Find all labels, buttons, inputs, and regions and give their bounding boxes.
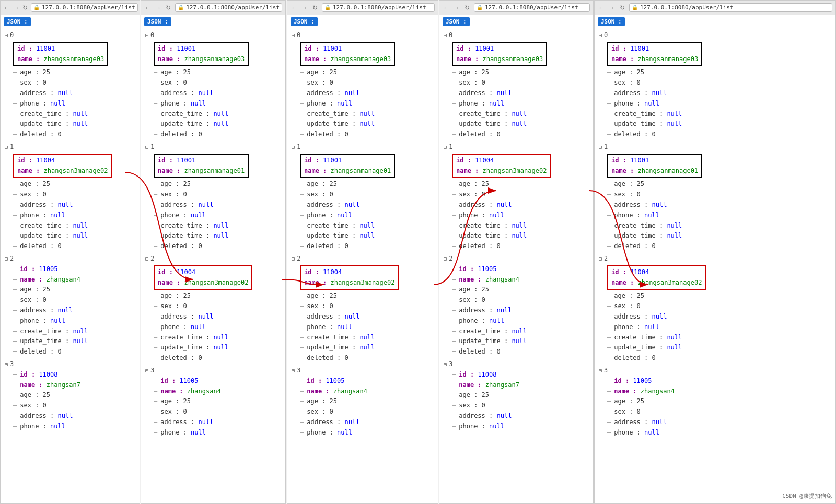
record-0-box: id : 11001 name : zhangsanmanage03 —age …: [5, 41, 135, 140]
panel-content-5: ⊟ 0 id : 11001 name : zhangsanmanage03 —…: [595, 28, 835, 502]
json-badge-2: JSON :: [144, 17, 171, 26]
rec3-p4: —id : 11008 —name : zhangsan7 —age : 25 …: [444, 370, 589, 432]
panel-content-4: ⊟ 0 id : 11001 name : zhangsanmanage03 —…: [439, 28, 593, 502]
rec3-p5: —id : 11005 —name : zhangsan4 —age : 25 …: [599, 376, 831, 438]
url-1: 127.0.0.1:8080/appUser/list: [42, 4, 135, 11]
rec2-collapse-p5[interactable]: ⊟ 2: [599, 254, 831, 264]
rec1-collapse-p5[interactable]: ⊟ 1: [599, 142, 831, 153]
lock-icon-4: 🔒: [477, 5, 483, 10]
rec1-p2: id : 11001 name : zhangsanmanage01 —age …: [145, 153, 281, 252]
reload-btn-2[interactable]: ↻: [165, 4, 172, 11]
browser-panel-1: ← → ↻ 🔒 127.0.0.1:8080/appUser/list JSON…: [0, 0, 140, 504]
lock-icon-3: 🔒: [324, 5, 331, 10]
rec1-p5: id : 11001 name : zhangsanmanage01 —age …: [599, 153, 831, 252]
rec2-p4: —id : 11005 —name : zhangsan4 —age : 25 …: [444, 264, 589, 357]
lock-icon-1: 🔒: [33, 5, 40, 10]
json-badge-5: JSON :: [598, 17, 625, 26]
rec1-p3: id : 11001 name : zhangsanmanage01 —age …: [292, 153, 434, 252]
forward-btn-1[interactable]: →: [13, 4, 19, 11]
rec2-p2: id : 11004 name : zhangsan3manage02 —age…: [145, 264, 281, 364]
json-badge-3: JSON :: [291, 17, 318, 26]
record-0-collapse[interactable]: ⊟ 0: [5, 30, 135, 41]
json-badge-4: JSON :: [443, 17, 470, 26]
watermark: CSDN @康提扣狗免: [782, 492, 832, 500]
lock-icon-2: 🔒: [178, 5, 184, 10]
record-1-collapse[interactable]: ⊟ 1: [5, 142, 135, 153]
rec0-p2: id : 11001 name : zhangsanmanage03 —age …: [145, 41, 281, 140]
forward-btn-4[interactable]: →: [453, 4, 460, 11]
url-2: 127.0.0.1:8080/appUser/list: [186, 4, 280, 11]
record-1-box: id : 11004 name : zhangsan3manage02 —age…: [5, 153, 135, 252]
rec1-collapse-p3[interactable]: ⊟ 1: [292, 142, 434, 153]
forward-btn-3[interactable]: →: [301, 4, 308, 11]
browser-bar-2: ← → ↻ 🔒 127.0.0.1:8080/appUser/list: [141, 1, 285, 15]
rec3-p3: —id : 11005 —name : zhangsan4 —age : 25 …: [292, 376, 434, 438]
rec1-p4: id : 11004 name : zhangsan3manage02 —age…: [444, 153, 589, 252]
rec0-p4: id : 11001 name : zhangsanmanage03 —age …: [444, 41, 589, 140]
rec2-p5: id : 11004 name : zhangsan3manage02 —age…: [599, 264, 831, 364]
browser-panel-5: ← → ↻ 🔒 127.0.0.1:8080/appUser/list JSON…: [594, 0, 836, 504]
address-bar-5[interactable]: 🔒 127.0.0.1:8080/appUser/list: [629, 3, 832, 12]
rec0-collapse-p3[interactable]: ⊟ 0: [292, 30, 434, 41]
rec2-p3: id : 11004 name : zhangsan3manage02 —age…: [292, 264, 434, 364]
address-bar-2[interactable]: 🔒 127.0.0.1:8080/appUser/list: [175, 3, 282, 12]
back-btn-3[interactable]: ←: [291, 4, 298, 11]
rec1-collapse-p2[interactable]: ⊟ 1: [145, 142, 281, 153]
address-bar-3[interactable]: 🔒 127.0.0.1:8080/appUser/list: [322, 3, 435, 12]
back-btn-4[interactable]: ←: [443, 4, 450, 11]
record-2-box-p1: —id : 11005 —name : zhangsan4 —age : 25 …: [5, 264, 135, 357]
panel-content-2: ⊟ 0 id : 11001 name : zhangsanmanage03 —…: [141, 28, 285, 502]
browser-bar-4: ← → ↻ 🔒 127.0.0.1:8080/appUser/list: [439, 1, 593, 15]
record-3-box-p1: —id : 11008 —name : zhangsan7 —age : 25 …: [5, 370, 135, 432]
browser-bar-1: ← → ↻ 🔒 127.0.0.1:8080/appUser/list: [1, 1, 140, 15]
rec0-p5: id : 11001 name : zhangsanmanage03 —age …: [599, 41, 831, 140]
rec2-collapse-p4[interactable]: ⊟ 2: [444, 254, 589, 264]
reload-btn-1[interactable]: ↻: [22, 4, 28, 11]
forward-btn-2[interactable]: →: [155, 4, 162, 11]
rec3-collapse-p4[interactable]: ⊟ 3: [444, 359, 589, 370]
rec0-collapse-p5[interactable]: ⊟ 0: [599, 30, 831, 41]
url-3: 127.0.0.1:8080/appUser/list: [333, 4, 426, 11]
rec0-p3: id : 11001 name : zhangsanmanage03 —age …: [292, 41, 434, 140]
browser-bar-5: ← → ↻ 🔒 127.0.0.1:8080/appUser/list: [595, 1, 835, 15]
rec2-collapse-p3[interactable]: ⊟ 2: [292, 254, 434, 264]
address-bar-1[interactable]: 🔒 127.0.0.1:8080/appUser/list: [31, 3, 138, 12]
browser-panel-3: ← → ↻ 🔒 127.0.0.1:8080/appUser/list JSON…: [287, 0, 438, 504]
record-3-collapse-p1[interactable]: ⊟ 3: [5, 359, 135, 370]
record-2-collapse-p1[interactable]: ⊟ 2: [5, 254, 135, 264]
panel-content-3: ⊟ 0 id : 11001 name : zhangsanmanage03 —…: [287, 28, 438, 502]
json-badge-1: JSON :: [4, 17, 31, 26]
rec2-collapse-p2[interactable]: ⊟ 2: [145, 254, 281, 264]
browser-panel-2: ← → ↻ 🔒 127.0.0.1:8080/appUser/list JSON…: [141, 0, 286, 504]
reload-btn-4[interactable]: ↻: [463, 4, 471, 11]
lock-icon-5: 🔒: [632, 5, 638, 10]
url-4: 127.0.0.1:8080/appUser/list: [485, 4, 578, 11]
reload-btn-5[interactable]: ↻: [619, 4, 626, 11]
rec1-collapse-p4[interactable]: ⊟ 1: [444, 142, 589, 153]
back-btn-5[interactable]: ←: [598, 4, 605, 11]
reload-btn-3[interactable]: ↻: [311, 4, 319, 11]
rec3-collapse-p3[interactable]: ⊟ 3: [292, 366, 434, 376]
back-btn-2[interactable]: ←: [144, 4, 152, 11]
rec3-collapse-p5[interactable]: ⊟ 3: [599, 366, 831, 376]
rec3-p2: —id : 11005 —name : zhangsan4 —age : 25 …: [145, 376, 281, 438]
back-btn-1[interactable]: ←: [4, 4, 10, 11]
browser-bar-3: ← → ↻ 🔒 127.0.0.1:8080/appUser/list: [287, 1, 438, 15]
rec0-collapse-p4[interactable]: ⊟ 0: [444, 30, 589, 41]
rec3-collapse-p2[interactable]: ⊟ 3: [145, 366, 281, 376]
url-5: 127.0.0.1:8080/appUser/list: [640, 4, 734, 11]
address-bar-4[interactable]: 🔒 127.0.0.1:8080/appUser/list: [474, 3, 590, 12]
browser-panel-4: ← → ↻ 🔒 127.0.0.1:8080/appUser/list JSON…: [439, 0, 594, 504]
panel-content-1: ⊟ 0 id : 11001 name : zhangsanmanage03 —…: [1, 28, 140, 502]
forward-btn-5[interactable]: →: [608, 4, 616, 11]
rec0-collapse-p2[interactable]: ⊟ 0: [145, 30, 281, 41]
